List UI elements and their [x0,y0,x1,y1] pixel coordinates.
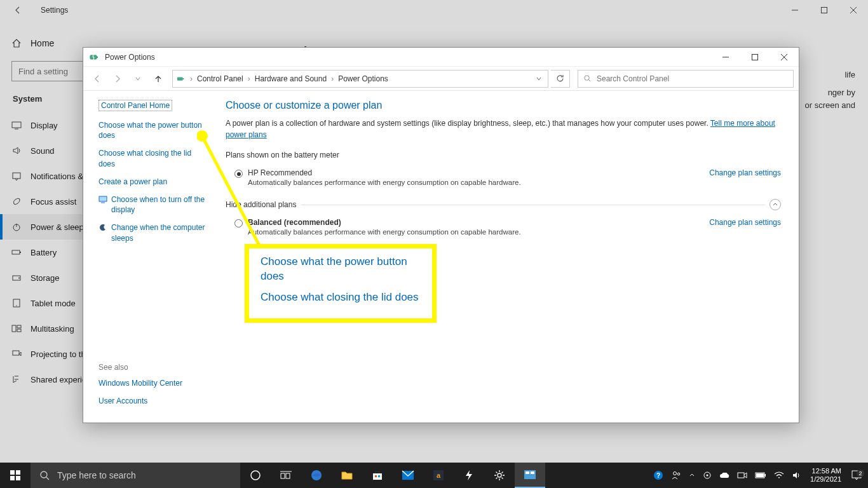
plan1-desc: Automatically balances performance with … [248,179,702,186]
tray-overflow[interactable] [686,472,698,478]
amazon-button[interactable]: a [423,463,454,488]
svg-rect-60 [738,473,744,478]
action-center-button[interactable]: 2 [848,470,865,481]
tray-people[interactable] [668,470,684,480]
tray-battery[interactable] [752,472,770,478]
taskbar-search[interactable]: Type here to search [31,463,240,488]
tray-meet-now[interactable] [734,471,750,479]
meter-label: Plans shown on the battery meter [226,151,781,159]
link-computer-sleeps[interactable]: Change when the computer sleeps [98,222,208,243]
control-panel-search[interactable] [578,70,794,88]
refresh-button[interactable] [551,70,570,88]
settings-button[interactable] [484,463,515,488]
tray-help[interactable]: ? [650,470,667,480]
link-power-button-does[interactable]: Choose what the power button does [98,120,208,140]
svg-point-57 [677,473,680,475]
search-icon [39,470,50,480]
breadcrumb-power-options[interactable]: Power Options [338,74,388,83]
change-plan-settings-2[interactable]: Change plan settings [709,218,781,227]
breadcrumb-sep: › [188,74,194,83]
hide-additional-plans[interactable]: Hide additional plans [226,199,781,210]
callout-highlight-box: Choose what the power button does Choose… [245,244,437,323]
search-icon [583,74,592,83]
link-mobility-center[interactable]: Windows Mobility Center [98,378,208,388]
start-button[interactable] [0,463,31,488]
link-user-accounts[interactable]: User Accounts [98,396,208,406]
nav-up-button[interactable] [149,70,167,88]
windows-icon [10,470,20,480]
address-dropdown[interactable] [534,76,544,81]
svg-text:a: a [437,471,441,479]
svg-rect-63 [756,473,764,477]
power-minimize-button[interactable] [711,48,740,67]
svg-point-59 [707,475,709,477]
svg-rect-40 [281,473,285,478]
tray-wifi[interactable] [771,471,787,479]
svg-rect-46 [378,475,380,477]
tray-location[interactable] [700,471,715,480]
edge-icon [310,469,323,482]
edge-button[interactable] [301,463,332,488]
nav-recent-dropdown[interactable] [129,70,147,88]
svg-rect-24 [752,55,758,60]
breadcrumb-sep: › [329,74,336,83]
tray-volume[interactable] [789,471,804,480]
address-bar[interactable]: › Control Panel › Hardware and Sound › P… [172,70,548,88]
nav-forward-button[interactable] [109,70,126,88]
taskbar-search-placeholder: Type here to search [57,470,136,480]
tray-onedrive[interactable] [716,471,733,479]
power-main-heading: Choose or customize a power plan [226,100,781,111]
svg-point-39 [251,471,260,480]
callout-line-2: Choose what closing the lid does [261,290,421,305]
callout-line-1: Choose what the power button does [261,255,421,284]
svg-point-37 [41,471,47,478]
power-close-button[interactable] [770,48,799,67]
svg-rect-29 [99,196,107,201]
cortana-button[interactable] [240,463,271,488]
link-create-power-plan[interactable]: Create a power plan [98,177,208,187]
svg-line-38 [46,477,49,480]
power-toolbar: › Control Panel › Hardware and Sound › P… [83,67,799,91]
power-options-window: Power Options › Control Panel › Hardware… [83,47,799,423]
divider [301,205,764,205]
link-closing-lid-does[interactable]: Choose what closing the lid does [98,148,208,168]
control-panel-home-link[interactable]: Control Panel Home [98,100,172,111]
task-view-button[interactable] [271,463,301,488]
plan-balanced[interactable]: Balanced (recommended) Automatically bal… [226,215,781,242]
notification-count: 2 [857,470,864,477]
app-button-1[interactable] [454,463,484,488]
store-icon [372,470,383,481]
collapse-button[interactable] [770,199,781,210]
svg-rect-25 [177,77,183,80]
gear-icon [494,470,505,481]
svg-rect-44 [373,473,382,480]
power-window-controls [711,48,799,67]
breadcrumb-hardware-sound[interactable]: Hardware and Sound [255,74,327,83]
mail-icon [402,470,414,480]
store-button[interactable] [362,463,393,488]
clock-time: 12:58 AM [810,467,841,475]
svg-rect-22 [97,57,98,58]
mail-button[interactable] [393,463,423,488]
taskbar-clock[interactable]: 12:58 AM 1/29/2021 [805,467,846,484]
radio-balanced[interactable] [234,219,243,227]
change-plan-settings-1[interactable]: Change plan settings [709,168,781,177]
explorer-button[interactable] [332,463,362,488]
plan-hp-recommended[interactable]: HP Recommended Automatically balances pe… [226,166,781,193]
radio-hp-recommended[interactable] [234,170,243,178]
cortana-icon [250,470,261,481]
svg-rect-34 [16,470,20,475]
svg-point-50 [498,473,501,477]
nav-back-button[interactable] [88,70,106,88]
breadcrumb-control-panel[interactable]: Control Panel [197,74,243,83]
search-input[interactable] [597,74,788,83]
control-panel-taskbar[interactable] [515,463,545,488]
svg-rect-53 [531,471,534,474]
power-maximize-button[interactable] [740,48,770,67]
power-window-title: Power Options [105,53,155,62]
folder-icon [341,470,353,480]
power-intro: A power plan is a collection of hardware… [226,118,781,140]
control-panel-icon [524,470,536,480]
link-turn-off-display[interactable]: Choose when to turn off the display [98,194,208,215]
power-sidebar: Control Panel Home Choose what the power… [83,91,217,423]
